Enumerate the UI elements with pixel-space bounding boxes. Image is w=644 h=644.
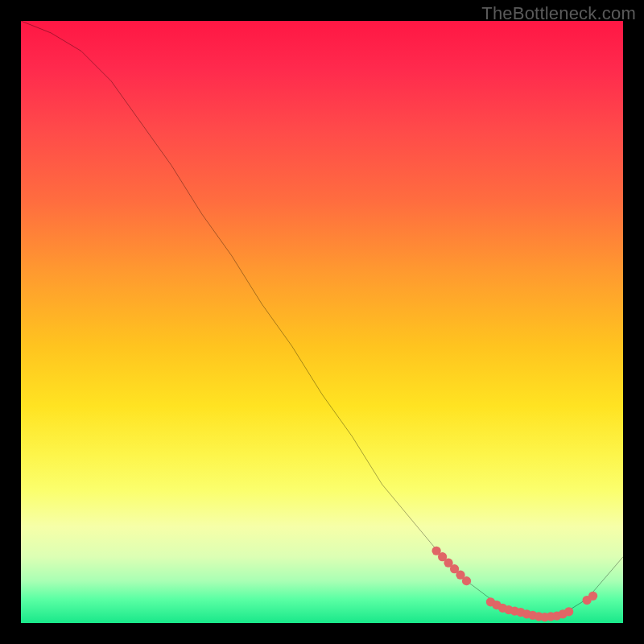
plot-area	[21, 21, 623, 623]
marker-group	[432, 547, 598, 622]
chart-svg	[21, 21, 623, 623]
chart-frame: TheBottleneck.com	[0, 0, 644, 644]
marker-dot	[588, 592, 597, 601]
marker-dot	[564, 607, 573, 616]
marker-dot	[462, 576, 471, 585]
bottleneck-curve-line	[21, 21, 623, 617]
